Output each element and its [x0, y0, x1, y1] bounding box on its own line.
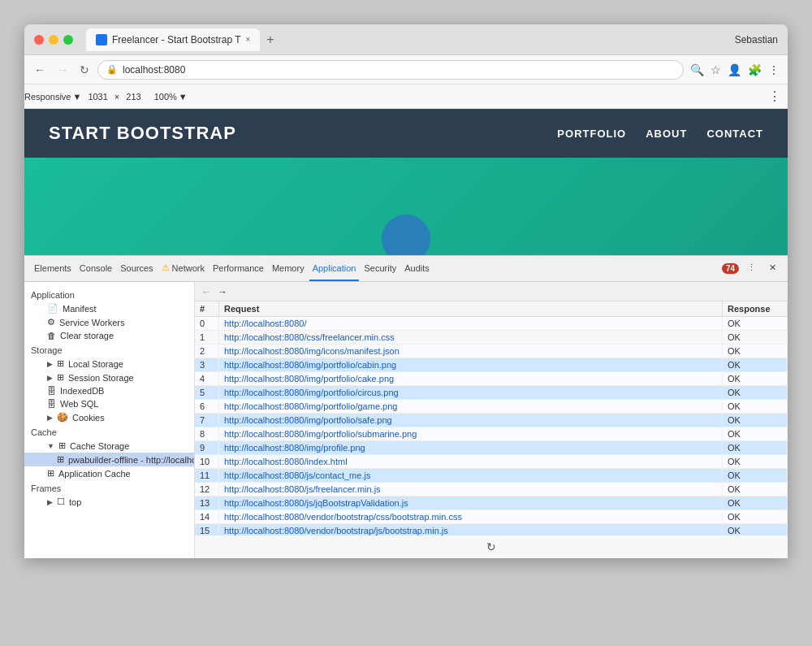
table-row[interactable]: 11 http://localhost:8080/js/contact_me.j…	[195, 469, 788, 483]
table-row[interactable]: 15 http://localhost:8080/vendor/bootstra…	[195, 524, 788, 535]
tab-close-button[interactable]: ×	[246, 35, 251, 44]
cell-num: 5	[195, 386, 219, 399]
reload-button[interactable]: ↻	[76, 62, 93, 78]
responsive-more-icon[interactable]: ⋮	[768, 89, 781, 104]
sidebar-item-application-cache[interactable]: ⊞ Application Cache	[24, 466, 194, 480]
cell-request: http://localhost:8080/	[219, 317, 723, 330]
minimize-button[interactable]	[49, 35, 58, 45]
lock-icon: 🔒	[106, 64, 118, 75]
responsive-dropdown-icon: ▼	[72, 92, 81, 102]
cell-num: 15	[195, 524, 219, 535]
cache-storage-arrow: ▼	[47, 442, 54, 450]
session-storage-label: Session Storage	[68, 373, 134, 383]
tab-elements[interactable]: Elements	[31, 256, 75, 281]
search-button[interactable]: 🔍	[689, 62, 706, 78]
application-cache-label: Application Cache	[58, 469, 131, 479]
table-row[interactable]: 8 http://localhost:8080/img/portfolio/su…	[195, 427, 788, 441]
close-devtools-button[interactable]: ✕	[766, 262, 780, 275]
section-frames-label: Frames	[24, 480, 194, 495]
manifest-icon: 📄	[47, 303, 58, 314]
sidebar-item-web-sql[interactable]: 🗄 Web SQL	[24, 397, 194, 410]
cell-request: http://localhost:8080/img/portfolio/cake…	[219, 372, 723, 385]
tab-sources[interactable]: Sources	[117, 256, 156, 281]
sidebar-item-top[interactable]: ▶ ☐ top	[24, 495, 194, 509]
cache-table: # Request Response 0 http://localhost:80…	[195, 301, 788, 535]
more-button[interactable]: ⋮	[767, 62, 781, 78]
tab-security-label: Security	[364, 263, 396, 273]
nav-prev-button[interactable]: ←	[200, 286, 213, 297]
new-tab-button[interactable]: +	[263, 33, 277, 47]
profile-button[interactable]: 👤	[726, 62, 743, 78]
tab-application[interactable]: Application	[309, 256, 360, 281]
sidebar-item-service-workers[interactable]: ⚙ Service Workers	[24, 315, 194, 329]
tab-memory[interactable]: Memory	[269, 256, 308, 281]
refresh-button[interactable]: ↻	[486, 540, 496, 553]
manifest-label: Manifest	[63, 304, 97, 314]
clear-storage-label: Clear storage	[60, 331, 114, 340]
tab-network[interactable]: ⚠ Network	[158, 256, 208, 281]
cell-num: 14	[195, 510, 219, 523]
responsive-mode-button[interactable]: Responsive ▼	[24, 92, 81, 102]
section-storage-label: Storage	[24, 342, 194, 357]
clear-storage-icon: 🗑	[47, 331, 56, 340]
browser-tab[interactable]: Freelancer - Start Bootstrap T ×	[86, 28, 260, 51]
sidebar-item-cache-storage[interactable]: ▼ ⊞ Cache Storage	[24, 439, 194, 453]
settings-button[interactable]: ⋮	[744, 262, 759, 275]
table-row[interactable]: 4 http://localhost:8080/img/portfolio/ca…	[195, 372, 788, 386]
table-row[interactable]: 0 http://localhost:8080/ OK	[195, 317, 788, 331]
cell-num: 4	[195, 372, 219, 385]
forward-button[interactable]: →	[54, 62, 71, 78]
cell-request: http://localhost:8080/img/profile.png	[219, 441, 723, 454]
nav-next-button[interactable]: →	[216, 286, 229, 297]
back-button[interactable]: ←	[31, 62, 49, 78]
table-row[interactable]: 1 http://localhost:8080/css/freelancer.m…	[195, 331, 788, 345]
sidebar-item-cookies[interactable]: ▶ 🍪 Cookies	[24, 410, 194, 424]
site-nav-about[interactable]: ABOUT	[646, 128, 687, 140]
cell-num: 10	[195, 455, 219, 468]
tab-security[interactable]: Security	[361, 256, 400, 281]
sidebar-item-clear-storage[interactable]: 🗑 Clear storage	[24, 329, 194, 342]
devtools-right-controls: 74 ⋮ ✕	[722, 256, 788, 281]
table-row[interactable]: 12 http://localhost:8080/js/freelancer.m…	[195, 483, 788, 496]
content-toolbar: ← →	[195, 282, 788, 301]
sidebar-item-manifest[interactable]: 📄 Manifest	[24, 301, 194, 315]
table-row[interactable]: 6 http://localhost:8080/img/portfolio/ga…	[195, 400, 788, 414]
extensions-button[interactable]: 🧩	[746, 62, 763, 78]
table-row[interactable]: 14 http://localhost:8080/vendor/bootstra…	[195, 510, 788, 524]
table-row[interactable]: 2 http://localhost:8080/img/icons/manife…	[195, 345, 788, 358]
table-row[interactable]: 13 http://localhost:8080/js/jqBootstrapV…	[195, 496, 788, 510]
cache-storage-label: Cache Storage	[70, 441, 129, 451]
address-bar[interactable]: 🔒 localhost:8080	[97, 60, 684, 80]
tab-elements-label: Elements	[34, 263, 71, 273]
sidebar-item-local-storage[interactable]: ▶ ⊞ Local Storage	[24, 357, 194, 371]
devtools-content: ← → # Request Response 0 http://localhos…	[195, 282, 788, 558]
responsive-bar: Responsive ▼ 1031 × 213 100% ▼ ⋮	[24, 85, 788, 109]
tab-audits[interactable]: Audits	[401, 256, 433, 281]
session-storage-arrow: ▶	[47, 374, 53, 382]
table-row[interactable]: 10 http://localhost:8080/index.html OK	[195, 455, 788, 469]
cell-response: OK	[723, 400, 788, 413]
bookmark-button[interactable]: ☆	[709, 62, 723, 78]
zoom-button[interactable]: 100% ▼	[154, 92, 188, 102]
cell-num: 2	[195, 345, 219, 358]
table-row[interactable]: 3 http://localhost:8080/img/portfolio/ca…	[195, 358, 788, 372]
table-row[interactable]: 7 http://localhost:8080/img/portfolio/sa…	[195, 414, 788, 427]
cell-num: 11	[195, 469, 219, 482]
site-nav-portfolio[interactable]: PORTFOLIO	[557, 128, 626, 140]
maximize-button[interactable]	[63, 35, 73, 45]
sidebar-item-pwabuilder[interactable]: ⊞ pwabuilder-offline - http://localhost:…	[24, 453, 194, 466]
site-nav-contact[interactable]: CONTACT	[706, 128, 763, 140]
sidebar-item-session-storage[interactable]: ▶ ⊞ Session Storage	[24, 371, 194, 384]
cell-num: 1	[195, 331, 219, 344]
service-workers-icon: ⚙	[47, 317, 55, 327]
sidebar-item-indexeddb[interactable]: 🗄 IndexedDB	[24, 384, 194, 397]
tab-console[interactable]: Console	[76, 256, 115, 281]
cell-num: 8	[195, 427, 219, 440]
tab-network-label: Network	[172, 263, 205, 273]
devtools-sidebar: Application 📄 Manifest ⚙ Service Workers…	[24, 282, 195, 558]
table-row[interactable]: 9 http://localhost:8080/img/profile.png …	[195, 441, 788, 455]
tab-performance[interactable]: Performance	[209, 256, 267, 281]
section-cache-label: Cache	[24, 424, 194, 439]
table-row[interactable]: 5 http://localhost:8080/img/portfolio/ci…	[195, 386, 788, 400]
close-button[interactable]	[34, 35, 44, 45]
